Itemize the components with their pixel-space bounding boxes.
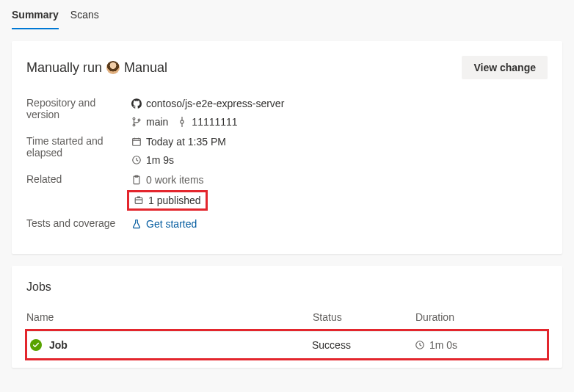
branch-icon [131,117,142,127]
highlighted-job-row: Job Success 1m 0s [25,329,549,360]
started-text: Today at 1:35 PM [146,134,226,150]
jobs-card: Jobs Name Status Duration Job Success [12,266,562,368]
label-related: Related [26,170,126,214]
col-name[interactable]: Name [26,311,313,323]
run-title-prefix: Manually run [26,60,102,76]
svg-point-0 [133,117,135,120]
value-repo-version: contoso/js-e2e-express-server main 11111… [131,94,548,131]
get-started-link[interactable]: Get started [131,216,548,232]
elapsed-text: 1m 9s [146,152,174,168]
svg-point-2 [138,119,140,121]
svg-rect-8 [135,198,142,204]
value-tests: Get started [131,214,548,233]
summary-card: Manually run Manual View change Reposito… [12,41,562,254]
calendar-icon [131,137,142,147]
branch-commit-line: main 11111111 [131,114,548,130]
summary-header: Manually run Manual View change [26,56,548,79]
svg-rect-4 [133,139,141,146]
repo-line[interactable]: contoso/js-e2e-express-server [131,95,548,112]
col-duration[interactable]: Duration [415,311,548,323]
commit[interactable]: 11111111 [177,114,237,130]
repo-name: contoso/js-e2e-express-server [146,95,284,112]
clock-icon [131,155,142,165]
job-name: Job [49,339,68,351]
avatar [106,61,120,74]
commit-icon [177,117,187,127]
jobs-header-row: Name Status Duration [26,308,548,329]
success-icon [30,339,42,351]
work-items-line[interactable]: 0 work items [131,172,548,188]
tab-summary[interactable]: Summary [12,0,59,29]
summary-metadata: Repository and version contoso/js-e2e-ex… [26,94,548,233]
svg-point-1 [133,124,135,126]
job-row[interactable]: Job Success 1m 0s [27,331,547,358]
job-duration: 1m 0s [429,339,457,351]
job-duration-cell: 1m 0s [415,339,547,351]
published-text: 1 published [148,192,201,208]
run-title: Manually run Manual [26,60,167,76]
branch-name: main [146,114,168,130]
job-status: Success [312,339,415,351]
label-tests: Tests and coverage [26,214,126,233]
github-icon [131,98,142,109]
svg-rect-6 [134,176,139,184]
run-title-suffix: Manual [124,60,167,76]
value-related: 0 work items 1 published [131,170,548,214]
tab-scans[interactable]: Scans [70,0,99,29]
published-line[interactable]: 1 published [127,190,208,211]
value-time: Today at 1:35 PM 1m 9s [131,132,548,170]
started-line: Today at 1:35 PM [131,134,548,150]
get-started-text: Get started [146,216,197,232]
jobs-table: Name Status Duration Job Success 1m 0s [26,308,548,360]
col-status[interactable]: Status [313,311,415,323]
flask-icon [131,219,142,229]
label-repo-version: Repository and version [26,94,126,131]
clock-icon [415,340,425,350]
job-name-cell: Job [27,339,312,351]
artifact-icon [134,195,144,206]
elapsed-line: 1m 9s [131,152,548,168]
commit-sha: 11111111 [192,114,237,130]
label-time: Time started and elapsed [26,132,126,170]
work-items-text: 0 work items [146,172,204,188]
clipboard-icon [131,175,142,185]
tab-bar: Summary Scans [0,0,574,29]
jobs-title: Jobs [26,280,548,294]
branch[interactable]: main [131,114,168,130]
view-change-button[interactable]: View change [462,56,548,79]
svg-point-3 [181,120,184,123]
